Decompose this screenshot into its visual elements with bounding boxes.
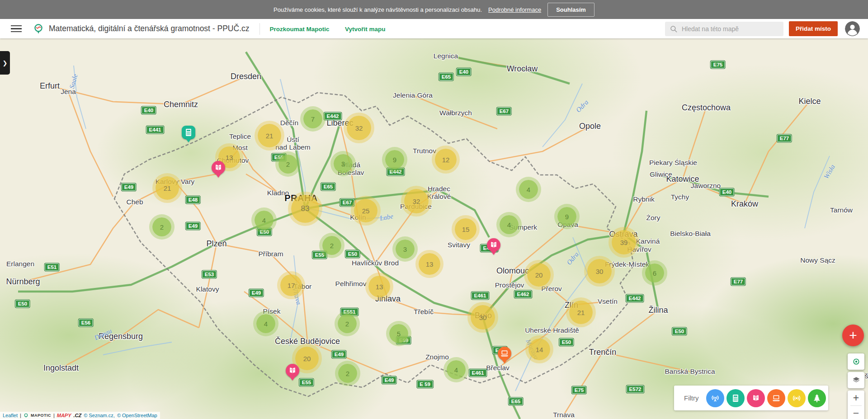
chevron-right-icon: ❯ [3,60,8,66]
cookie-accept-button[interactable]: Souhlasím [547,3,594,17]
layers-icon [851,375,861,385]
header-nav: Prozkoumat Mapotic Vytvořit mapu [270,25,399,33]
add-place-fab[interactable]: + [842,325,864,346]
mapycz-logo[interactable]: MAPY [57,413,71,418]
seznam-link[interactable]: © Seznam.cz, [84,413,115,418]
place-marker-book[interactable] [286,364,299,384]
marker-tail [215,173,222,181]
add-place-button[interactable]: Přidat místo [789,21,838,36]
nav-create-map[interactable]: Vytvořit mapu [345,26,386,33]
marker-tail [490,250,497,259]
cookie-message: Používáme cookies, které slouží k analýz… [274,6,482,13]
marker-tail [185,137,192,146]
account-avatar[interactable] [845,21,860,36]
sidebar-expand-tab[interactable]: ❯ [0,51,10,75]
cookie-banner: Používáme cookies, které slouží k analýz… [0,0,868,19]
map-title: Matematická, digitální a čtenářská gramo… [49,24,250,33]
filter-book-button[interactable] [747,389,765,407]
map-markers-layer [0,38,868,419]
map-attribution: Leaflet | MAPOTIC | MAPY.CZ © Seznam.cz,… [0,412,160,419]
filter-buttons-group [706,389,826,407]
search-input[interactable] [682,25,779,33]
menu-icon[interactable] [11,24,22,34]
filter-antenna-button[interactable] [706,389,724,407]
cookie-details-link[interactable]: Podrobné informace [488,6,541,13]
mapotic-attribution: MAPOTIC [31,413,51,418]
app-header: Matematická, digitální a čtenářská gramo… [0,19,868,38]
nav-explore-mapotic[interactable]: Prozkoumat Mapotic [270,26,330,33]
mapycz-logo-suffix: .CZ [74,413,82,418]
osm-link[interactable]: © OpenStreetMap [117,413,157,418]
zoom-control: + − [848,391,864,419]
header-divider [259,23,260,35]
filter-tree-button[interactable] [808,389,826,407]
map-canvas[interactable]: LegnicaWrocławDresdenErfurtJenaChemnitzJ… [0,38,868,419]
locate-button[interactable] [848,353,864,370]
locate-icon [851,357,861,367]
filter-laptop-button[interactable] [767,389,785,407]
attribution-separator: | [20,413,21,418]
place-marker-book[interactable] [487,238,500,259]
search-box[interactable] [665,22,783,36]
place-marker-laptop[interactable] [498,347,511,367]
layers-button[interactable] [848,372,864,388]
place-marker-calculator[interactable] [182,126,195,146]
mapotic-logo-icon [33,23,44,35]
search-icon [670,25,678,33]
zoom-out-button[interactable]: − [848,406,864,419]
place-marker-book[interactable] [212,161,225,181]
filter-broadcast-button[interactable] [788,389,806,407]
mapotic-attr-icon [24,413,28,418]
filters-label: Filtry [684,394,699,402]
filter-bar: Filtry [674,386,828,410]
attribution-separator: | [53,413,55,418]
leaflet-link[interactable]: Leaflet [3,413,18,418]
marker-tail [501,358,508,367]
zoom-in-button[interactable]: + [848,391,864,405]
filter-calculator-button[interactable] [726,389,745,407]
marker-tail [289,376,296,384]
